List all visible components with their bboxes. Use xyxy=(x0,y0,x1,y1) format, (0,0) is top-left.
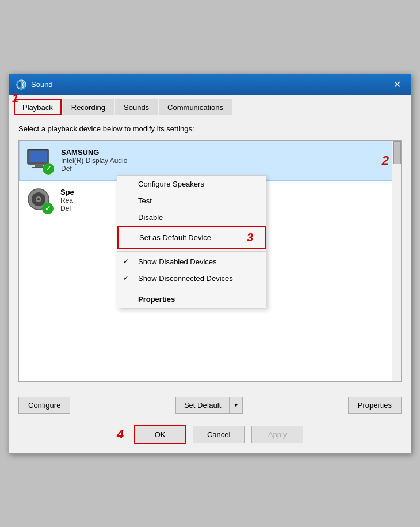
dialog-buttons: 4 OK Cancel Apply xyxy=(9,419,411,453)
context-show-disabled[interactable]: ✓ Show Disabled Devices xyxy=(117,253,266,270)
tab-recording[interactable]: Recording xyxy=(63,99,114,115)
speakers-icon-wrapper: ✓ xyxy=(26,187,54,214)
tab-playback[interactable]: Playback 1 xyxy=(14,99,62,115)
speakers-status-badge: ✓ xyxy=(42,203,54,214)
bottom-buttons: Configure Set Default ▼ Properties xyxy=(9,391,411,419)
annotation-2: 2 xyxy=(382,153,389,168)
context-configure[interactable]: Configure Speakers xyxy=(117,176,266,192)
check-disconnected-icon: ✓ xyxy=(123,274,129,282)
samsung-device-info: SAMSUNG Intel(R) Display Audio Def xyxy=(61,148,375,173)
svg-point-1 xyxy=(18,82,21,87)
samsung-device-desc: Intel(R) Display Audio xyxy=(61,157,375,165)
context-separator xyxy=(117,251,266,252)
window-title: Sound xyxy=(31,80,53,89)
annotation-3: 3 xyxy=(247,231,253,244)
apply-button[interactable]: Apply xyxy=(251,426,303,443)
title-bar: Sound ✕ xyxy=(9,74,411,95)
tabs-container: Playback 1 Recording Sounds Communicatio… xyxy=(9,95,411,115)
annotation-1: 1 xyxy=(12,92,18,105)
svg-point-9 xyxy=(37,198,40,200)
set-default-group: Set Default ▼ xyxy=(175,397,243,414)
set-default-arrow-button[interactable]: ▼ xyxy=(230,397,243,414)
scrollbar-thumb[interactable] xyxy=(393,141,401,164)
svg-rect-3 xyxy=(29,151,47,162)
sound-dialog: Sound ✕ Playback 1 Recording Sounds Comm… xyxy=(9,74,411,454)
title-bar-left: Sound xyxy=(16,79,53,90)
properties-button[interactable]: Properties xyxy=(348,397,402,414)
context-show-disconnected[interactable]: ✓ Show Disconnected Devices xyxy=(117,270,266,287)
tab-communications[interactable]: Communications xyxy=(159,99,232,115)
tab-sounds[interactable]: Sounds xyxy=(115,99,158,115)
cancel-button[interactable]: Cancel xyxy=(193,426,245,443)
samsung-icon-wrapper: ✓ xyxy=(26,147,54,175)
sound-icon xyxy=(16,79,26,90)
check-disabled-icon: ✓ xyxy=(123,257,129,266)
context-disable[interactable]: Disable xyxy=(117,209,266,226)
device-list[interactable]: ✓ SAMSUNG Intel(R) Display Audio Def 2 xyxy=(18,140,402,382)
set-default-button[interactable]: Set Default xyxy=(175,397,230,414)
ok-button[interactable]: OK xyxy=(134,425,186,444)
context-separator-2 xyxy=(117,289,266,289)
description-text: Select a playback device below to modify… xyxy=(18,124,402,133)
context-set-default[interactable]: Set as Default Device 3 xyxy=(117,226,266,249)
svg-rect-4 xyxy=(35,164,43,167)
samsung-device-name: SAMSUNG xyxy=(61,148,375,157)
close-button[interactable]: ✕ xyxy=(390,78,404,92)
scrollbar-track[interactable] xyxy=(392,141,401,381)
samsung-status-badge: ✓ xyxy=(43,163,54,175)
samsung-device-status: Def xyxy=(61,165,375,173)
configure-button[interactable]: Configure xyxy=(18,397,70,414)
annotation-4: 4 xyxy=(117,427,124,442)
context-properties[interactable]: Properties xyxy=(117,291,266,308)
content-area: Select a playback device below to modify… xyxy=(9,115,411,391)
context-menu: Configure Speakers Test Disable Set as D… xyxy=(117,175,266,308)
context-test[interactable]: Test xyxy=(117,192,266,209)
